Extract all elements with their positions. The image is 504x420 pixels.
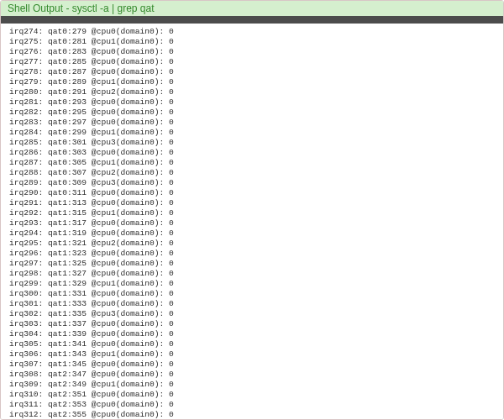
output-line: irq301: qat1:333 @cpu0(domain0): 0: [9, 299, 495, 309]
output-line: irq291: qat1:313 @cpu0(domain0): 0: [9, 198, 495, 208]
output-line: irq289: qat0:309 @cpu3(domain0): 0: [9, 178, 495, 188]
output-line: irq306: qat1:343 @cpu1(domain0): 0: [9, 349, 495, 360]
output-line: irq290: qat0:311 @cpu0(domain0): 0: [9, 188, 495, 198]
output-line: irq285: qat0:301 @cpu3(domain0): 0: [9, 138, 495, 148]
output-line: irq277: qat0:285 @cpu0(domain0): 0: [9, 57, 495, 67]
output-line: irq293: qat1:317 @cpu0(domain0): 0: [9, 218, 495, 228]
output-line: irq297: qat1:325 @cpu0(domain0): 0: [9, 259, 495, 269]
output-line: irq312: qat2:355 @cpu0(domain0): 0: [9, 410, 495, 420]
output-line: irq284: qat0:299 @cpu1(domain0): 0: [9, 128, 495, 138]
output-line: irq278: qat0:287 @cpu0(domain0): 0: [9, 67, 495, 77]
output-line: irq296: qat1:323 @cpu0(domain0): 0: [9, 249, 495, 259]
output-line: irq288: qat0:307 @cpu2(domain0): 0: [9, 168, 495, 178]
output-line: irq303: qat1:337 @cpu0(domain0): 0: [9, 319, 495, 329]
shell-output-subheader: [1, 17, 503, 24]
output-line: irq311: qat2:353 @cpu0(domain0): 0: [9, 400, 495, 410]
output-line: irq302: qat1:335 @cpu3(domain0): 0: [9, 309, 495, 319]
output-line: irq276: qat0:283 @cpu0(domain0): 0: [9, 47, 495, 57]
output-line: irq282: qat0:295 @cpu0(domain0): 0: [9, 108, 495, 118]
output-line: irq280: qat0:291 @cpu2(domain0): 0: [9, 87, 495, 97]
shell-output-body: irq274: qat0:279 @cpu0(domain0): 0irq275…: [1, 24, 503, 420]
output-line: irq283: qat0:297 @cpu0(domain0): 0: [9, 118, 495, 128]
output-line: irq299: qat1:329 @cpu1(domain0): 0: [9, 279, 495, 289]
output-line: irq308: qat2:347 @cpu0(domain0): 0: [9, 370, 495, 380]
output-line: irq305: qat1:341 @cpu0(domain0): 0: [9, 339, 495, 349]
output-line: irq307: qat1:345 @cpu0(domain0): 0: [9, 360, 495, 370]
output-line: irq274: qat0:279 @cpu0(domain0): 0: [9, 27, 495, 37]
shell-output-header: Shell Output - sysctl -a | grep qat: [1, 1, 503, 17]
output-line: irq295: qat1:321 @cpu2(domain0): 0: [9, 239, 495, 249]
output-line: irq309: qat2:349 @cpu1(domain0): 0: [9, 380, 495, 390]
output-line: irq310: qat2:351 @cpu0(domain0): 0: [9, 390, 495, 400]
output-line: irq300: qat1:331 @cpu0(domain0): 0: [9, 289, 495, 299]
output-line: irq292: qat1:315 @cpu1(domain0): 0: [9, 208, 495, 218]
output-line: irq294: qat1:319 @cpu0(domain0): 0: [9, 228, 495, 239]
output-line: irq298: qat1:327 @cpu0(domain0): 0: [9, 269, 495, 279]
output-line: irq275: qat0:281 @cpu1(domain0): 0: [9, 37, 495, 47]
output-line: irq281: qat0:293 @cpu0(domain0): 0: [9, 97, 495, 108]
output-line: irq279: qat0:289 @cpu1(domain0): 0: [9, 77, 495, 87]
header-command: sysctl -a | grep qat: [72, 3, 155, 14]
header-title-prefix: Shell Output -: [8, 3, 72, 14]
output-line: irq286: qat0:303 @cpu0(domain0): 0: [9, 148, 495, 158]
output-line: irq287: qat0:305 @cpu1(domain0): 0: [9, 158, 495, 168]
output-line: irq304: qat1:339 @cpu0(domain0): 0: [9, 329, 495, 339]
